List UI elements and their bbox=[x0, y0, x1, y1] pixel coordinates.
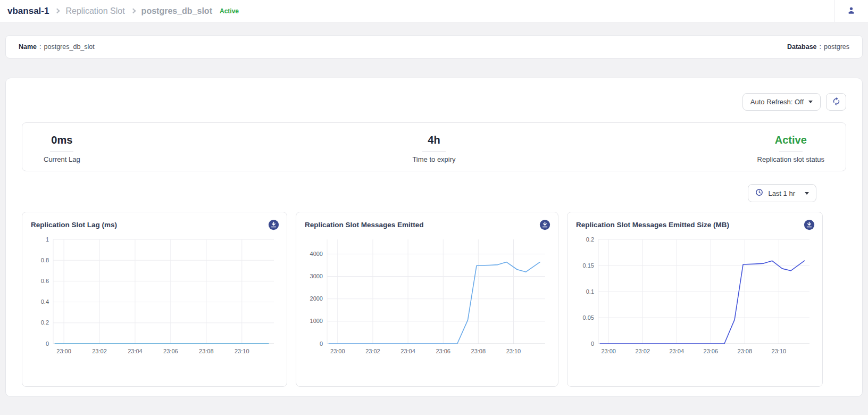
svg-text:23:04: 23:04 bbox=[400, 348, 415, 354]
download-icon bbox=[804, 224, 815, 232]
metrics-panel: Auto Refresh: Off 0ms Current Lag 4h Tim… bbox=[5, 78, 863, 397]
name-label: Name bbox=[19, 43, 37, 51]
slot-info-bar: Name:postgres_db_slot Database:postgres bbox=[5, 35, 863, 59]
svg-text:4000: 4000 bbox=[310, 251, 323, 257]
svg-text:23:06: 23:06 bbox=[704, 348, 719, 354]
svg-text:0.2: 0.2 bbox=[41, 319, 49, 326]
stat-divider bbox=[779, 151, 803, 152]
chevron-right-icon bbox=[130, 9, 136, 14]
user-icon bbox=[846, 5, 856, 17]
refresh-toolbar: Auto Refresh: Off bbox=[22, 93, 846, 111]
chart-canvas-replication-slot-lag: 23:0023:0223:0423:0623:0823:1000.20.40.6… bbox=[26, 235, 283, 358]
svg-text:23:00: 23:00 bbox=[330, 348, 345, 354]
caret-down-icon bbox=[808, 101, 813, 103]
database-label: Database bbox=[787, 43, 817, 51]
svg-text:23:02: 23:02 bbox=[92, 348, 107, 354]
chart-canvas-messages-emitted: 23:0023:0223:0423:0623:0823:100100020003… bbox=[299, 235, 555, 358]
chart-title: Replication Slot Messages Emitted bbox=[305, 221, 424, 229]
stat-divider bbox=[422, 151, 446, 152]
svg-text:3000: 3000 bbox=[310, 273, 323, 279]
chart-card-messages-emitted-size: Replication Slot Messages Emitted Size (… bbox=[567, 212, 823, 387]
svg-text:23:04: 23:04 bbox=[128, 348, 143, 354]
svg-text:23:10: 23:10 bbox=[772, 348, 787, 354]
chart-title: Replication Slot Messages Emitted Size (… bbox=[576, 221, 729, 229]
stat-divider bbox=[50, 151, 73, 152]
download-chart-button[interactable] bbox=[268, 219, 279, 230]
current-lag-value: 0ms bbox=[44, 132, 80, 147]
svg-text:23:00: 23:00 bbox=[56, 348, 71, 354]
breadcrumb-cluster-link[interactable]: vbansal-1 bbox=[7, 6, 49, 16]
auto-refresh-label: Auto Refresh: Off bbox=[750, 98, 804, 106]
svg-text:0.6: 0.6 bbox=[41, 278, 49, 284]
svg-text:23:00: 23:00 bbox=[601, 348, 616, 354]
breadcrumb-current-item: postgres_db_slot bbox=[141, 6, 212, 16]
svg-text:0.4: 0.4 bbox=[41, 298, 49, 305]
svg-text:0.15: 0.15 bbox=[583, 262, 594, 269]
summary-stats-card: 0ms Current Lag 4h Time to expiry Active… bbox=[22, 122, 846, 171]
time-range-toolbar: Last 1 hr bbox=[22, 184, 816, 202]
svg-text:0: 0 bbox=[591, 341, 594, 347]
svg-text:23:06: 23:06 bbox=[163, 348, 178, 354]
time-to-expiry-label: Time to expiry bbox=[412, 155, 455, 163]
download-chart-button[interactable] bbox=[539, 219, 550, 230]
name-separator: : bbox=[39, 43, 41, 51]
svg-text:0: 0 bbox=[46, 341, 49, 347]
svg-text:1000: 1000 bbox=[310, 318, 323, 324]
chart-card-messages-emitted: Replication Slot Messages Emitted 23:002… bbox=[296, 212, 558, 387]
svg-text:23:02: 23:02 bbox=[365, 348, 380, 354]
stat-current-lag: 0ms Current Lag bbox=[44, 132, 304, 163]
top-bar: vbansal-1 Replication Slot postgres_db_s… bbox=[0, 0, 868, 22]
svg-text:23:08: 23:08 bbox=[471, 348, 486, 354]
stat-time-to-expiry: 4h Time to expiry bbox=[304, 132, 564, 163]
time-to-expiry-value: 4h bbox=[412, 132, 455, 147]
refresh-icon bbox=[832, 97, 841, 107]
auto-refresh-dropdown[interactable]: Auto Refresh: Off bbox=[742, 93, 821, 111]
slot-status-value: Active bbox=[757, 132, 824, 147]
chart-title: Replication Slot Lag (ms) bbox=[31, 221, 117, 229]
svg-text:23:02: 23:02 bbox=[635, 348, 650, 354]
database-value: postgres bbox=[824, 43, 849, 51]
refresh-button[interactable] bbox=[826, 93, 846, 111]
clock-icon bbox=[755, 188, 763, 198]
svg-text:23:10: 23:10 bbox=[506, 348, 521, 354]
current-lag-label: Current Lag bbox=[44, 155, 80, 163]
svg-text:0.05: 0.05 bbox=[583, 314, 594, 321]
svg-text:1: 1 bbox=[46, 236, 49, 243]
download-icon bbox=[268, 224, 279, 232]
svg-text:2000: 2000 bbox=[310, 295, 323, 302]
svg-text:0.1: 0.1 bbox=[586, 288, 594, 295]
svg-text:0: 0 bbox=[320, 341, 323, 347]
chevron-right-icon bbox=[55, 9, 60, 14]
time-range-label: Last 1 hr bbox=[768, 189, 795, 197]
stat-slot-status: Active Replication slot status bbox=[564, 132, 824, 163]
caret-down-icon bbox=[805, 192, 809, 195]
charts-grid: Replication Slot Lag (ms) 23:0023:0223:0… bbox=[22, 212, 816, 387]
svg-text:23:04: 23:04 bbox=[670, 348, 685, 354]
svg-text:0.2: 0.2 bbox=[586, 236, 594, 243]
svg-text:23:08: 23:08 bbox=[738, 348, 753, 354]
user-menu-button[interactable] bbox=[834, 5, 868, 17]
slot-database-field: Database:postgres bbox=[787, 43, 849, 51]
database-separator: : bbox=[820, 43, 821, 51]
slot-status-label: Replication slot status bbox=[757, 155, 824, 163]
time-range-dropdown[interactable]: Last 1 hr bbox=[748, 184, 816, 202]
breadcrumb-section-link[interactable]: Replication Slot bbox=[65, 6, 124, 16]
slot-name-field: Name:postgres_db_slot bbox=[19, 43, 95, 51]
svg-text:0.8: 0.8 bbox=[41, 257, 49, 263]
breadcrumb: vbansal-1 Replication Slot postgres_db_s… bbox=[7, 6, 239, 16]
svg-text:23:08: 23:08 bbox=[199, 348, 214, 354]
name-value: postgres_db_slot bbox=[44, 43, 95, 51]
download-icon bbox=[539, 224, 550, 232]
chart-canvas-messages-emitted-size: 23:0023:0223:0423:0623:0823:1000.050.10.… bbox=[571, 235, 819, 358]
svg-text:23:06: 23:06 bbox=[436, 348, 450, 354]
svg-text:23:10: 23:10 bbox=[235, 348, 249, 354]
status-badge: Active bbox=[220, 7, 239, 15]
chart-card-replication-slot-lag: Replication Slot Lag (ms) 23:0023:0223:0… bbox=[22, 212, 287, 387]
download-chart-button[interactable] bbox=[804, 219, 815, 230]
